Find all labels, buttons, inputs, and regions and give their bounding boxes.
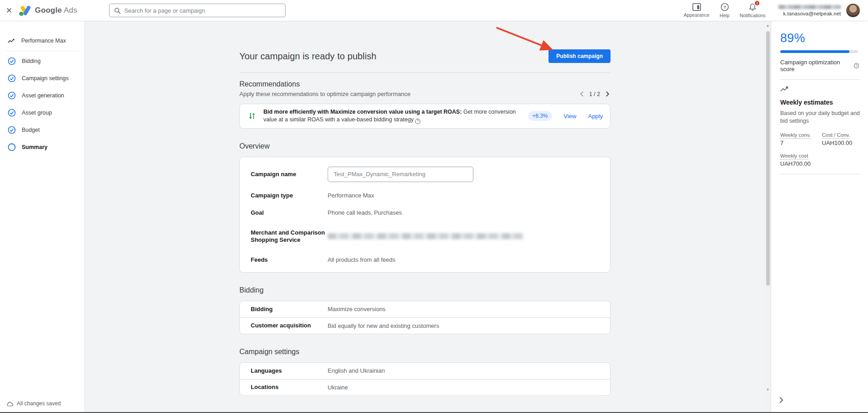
account-name-redacted xyxy=(778,5,841,9)
recommendation-card: Bid more efficiently with Maximize conve… xyxy=(239,104,610,129)
check-circle-icon xyxy=(8,126,16,134)
help-tooltip-icon[interactable]: ? xyxy=(415,119,420,124)
apply-link[interactable]: Apply xyxy=(588,113,603,120)
search-icon xyxy=(114,7,121,14)
page-title: Your campaign is ready to publish xyxy=(239,51,377,62)
chevron-left-icon[interactable] xyxy=(579,90,585,98)
vertical-scrollbar: ▲ ▼ xyxy=(765,21,771,413)
chevron-right-icon xyxy=(778,397,784,403)
overview-card: Campaign name Campaign type Performance … xyxy=(239,157,610,273)
panel-divider xyxy=(780,174,860,174)
customer-acquisition-row: Customer acquisition Bid equally for new… xyxy=(240,317,610,334)
notifications-button[interactable]: ! Notifications xyxy=(739,3,767,18)
topbar-actions: Appearance ? Help ! Notifications k.tana… xyxy=(682,3,868,18)
goal-row: Goal Phone call leads, Purchases xyxy=(240,204,610,221)
feeds-row: Feeds All products from all feeds xyxy=(240,251,610,269)
campaign-name-input[interactable] xyxy=(328,167,473,182)
radio-circle-icon xyxy=(8,143,16,151)
merchant-value-redacted xyxy=(328,233,523,239)
search-box[interactable] xyxy=(109,4,286,17)
top-bar: ✕ GoogleAds Appearance ? xyxy=(0,0,868,21)
optimization-panel: 89% Campaign optimization score ? Weekly… xyxy=(771,21,868,413)
languages-row: Languages English and Ukrainian xyxy=(240,363,610,379)
optiscore-fill xyxy=(780,50,849,53)
sidebar-item-budget[interactable]: Budget xyxy=(0,121,85,139)
brand-text: GoogleAds xyxy=(35,6,77,15)
svg-text:?: ? xyxy=(723,5,726,10)
google-ads-logo-icon xyxy=(19,5,31,16)
main-content: Your campaign is ready to publish Publis… xyxy=(85,21,765,413)
recommendations-title: Recommendations xyxy=(239,80,610,88)
check-circle-icon xyxy=(8,91,16,100)
uplift-badge: +6.3% xyxy=(528,111,552,121)
account-info: k.tanasova@netpeak.net xyxy=(778,5,841,16)
campaign-settings-title: Campaign settings xyxy=(239,348,610,356)
sidebar-item-bidding[interactable]: Bidding xyxy=(0,53,85,70)
recommendation-text: Bid more efficiently with Maximize conve… xyxy=(263,108,522,124)
appearance-icon xyxy=(692,3,701,11)
recommendations-subtitle: Apply these recommendations to optimize … xyxy=(239,91,410,97)
sidebar-item-asset-group[interactable]: Asset group xyxy=(0,104,85,121)
sidebar-item-campaign-settings[interactable]: Campaign settings xyxy=(0,70,85,87)
swap-vert-icon xyxy=(247,111,257,120)
cost-per-conv-stat: Cost / Conv. UAH100.00 xyxy=(822,132,859,146)
check-circle-icon xyxy=(8,57,16,65)
bidding-card: Bidding Maximize conversions Customer ac… xyxy=(239,301,610,334)
performance-max-icon xyxy=(8,38,15,44)
overview-title: Overview xyxy=(239,142,610,150)
sidebar-item-summary[interactable]: Summary xyxy=(0,139,85,156)
steps-sidebar: Performance Max Bidding Campaign setting… xyxy=(0,21,85,412)
notification-badge: ! xyxy=(754,0,760,6)
weekly-cost-stat: Weekly cost UAH700.00 xyxy=(780,153,859,167)
sidebar-divider xyxy=(6,51,78,51)
scroll-up-icon[interactable]: ▲ xyxy=(765,22,771,29)
locations-row: Locations Ukraine xyxy=(240,379,610,395)
campaign-name-row: Campaign name xyxy=(240,162,610,187)
search-input[interactable] xyxy=(124,7,281,14)
campaign-type-row: Campaign type Performance Max xyxy=(240,187,610,204)
check-circle-icon xyxy=(8,74,16,82)
sidebar-item-performance-max[interactable]: Performance Max xyxy=(0,32,85,49)
chevron-right-icon[interactable] xyxy=(605,90,610,98)
optimization-score: 89% xyxy=(780,31,859,45)
help-button[interactable]: ? Help xyxy=(711,3,739,18)
view-link[interactable]: View xyxy=(564,113,577,120)
check-circle-icon xyxy=(8,109,16,117)
trending-icon xyxy=(780,86,789,92)
weekly-estimates-subtitle: Based on your daily budget and bid setti… xyxy=(780,110,862,125)
appearance-button[interactable]: Appearance xyxy=(682,3,711,18)
scroll-down-icon[interactable]: ▼ xyxy=(765,386,771,393)
weekly-conv-stat: Weekly conv. 7 xyxy=(780,132,822,146)
bidding-title: Bidding xyxy=(239,286,610,294)
recommendations-pager: 1 / 2 xyxy=(579,90,610,98)
weekly-stats: Weekly conv. 7 Cost / Conv. UAH100.00 We… xyxy=(780,132,859,167)
page-indicator: 1 / 2 xyxy=(589,91,600,97)
publish-campaign-button[interactable]: Publish campaign xyxy=(548,49,610,63)
bidding-row: Bidding Maximize conversions xyxy=(240,301,610,317)
score-progress-bar xyxy=(780,50,858,53)
save-status: All changes saved xyxy=(6,400,61,407)
google-ads-logo[interactable]: GoogleAds xyxy=(19,5,77,16)
help-icon: ? xyxy=(720,3,729,11)
collapse-panel-button[interactable] xyxy=(777,395,786,407)
campaign-settings-card: Languages English and Ukrainian Location… xyxy=(239,362,610,396)
header-divider xyxy=(239,72,610,73)
close-icon[interactable]: ✕ xyxy=(0,6,18,15)
weekly-estimates-title: Weekly estimates xyxy=(780,99,859,106)
panel-divider xyxy=(780,79,860,80)
score-help-icon[interactable]: ? xyxy=(854,63,859,68)
score-label: Campaign optimization score ? xyxy=(780,59,859,72)
avatar[interactable] xyxy=(846,4,860,17)
account-email: k.tanasova@netpeak.net xyxy=(783,11,841,16)
cloud-icon xyxy=(6,401,13,406)
sidebar-item-asset-generation[interactable]: Asset generation xyxy=(0,87,85,104)
merchant-row: Merchant and Comparison Shopping Service xyxy=(240,221,610,251)
scrollbar-thumb[interactable] xyxy=(766,31,770,286)
